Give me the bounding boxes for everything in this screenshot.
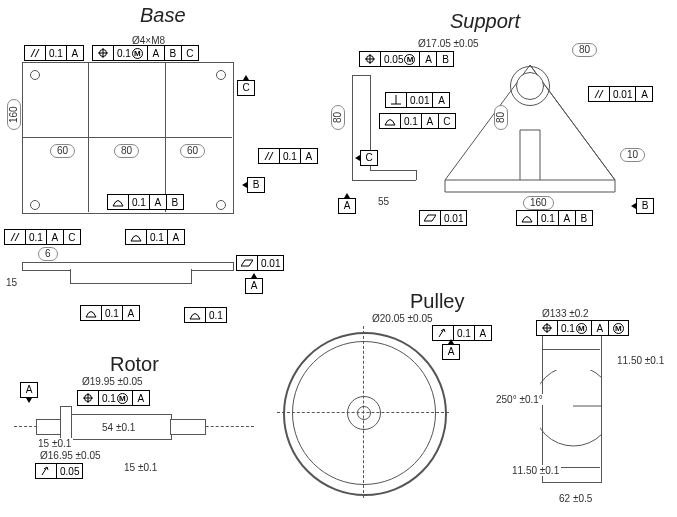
support-datum-b: B	[636, 198, 654, 214]
support-L-step	[370, 170, 416, 171]
parallel-icon	[589, 87, 610, 101]
support-L-bottom	[352, 180, 416, 181]
rotor-shaft-right	[170, 419, 206, 435]
pulley-fcf-position: 0.1M A M	[536, 320, 629, 336]
support-fcf-position: 0.05M AB	[359, 51, 454, 67]
base-side-slot	[70, 269, 192, 284]
rotor-fcf-runout: 0.05	[35, 463, 83, 479]
pulley-bore	[357, 406, 371, 420]
base-fcf-profile-bottom2: 0.1	[184, 307, 227, 323]
base-fcf-parallel-bl: 0.1AC	[4, 229, 81, 245]
rotor-dim-d2: Ø16.95 ±0.05	[38, 450, 103, 461]
pulley-side-top-step	[542, 349, 600, 350]
pulley-fcf-runout: 0.1A	[432, 325, 492, 341]
runout-icon	[36, 464, 57, 478]
support-dim-h2: 80	[494, 105, 508, 130]
pulley-dim-bore: Ø20.05 ±0.05	[370, 313, 435, 324]
base-datum-c: C	[237, 80, 255, 96]
support-fcf-par-tr: 0.01A	[588, 86, 653, 102]
support-L-left	[352, 75, 353, 180]
pulley-datum-a: A	[442, 344, 460, 360]
profile-surface-icon	[185, 308, 206, 322]
pulley-dim-width: 62 ±0.5	[557, 493, 594, 504]
perpendicularity-icon	[386, 93, 407, 107]
position-icon	[78, 391, 99, 405]
parallel-icon	[259, 149, 280, 163]
profile-surface-icon	[517, 211, 538, 225]
support-fcf-perp: 0.01A	[385, 92, 450, 108]
base-fcf-profile-a: 0.1A	[125, 229, 185, 245]
base-plan-outline	[22, 62, 234, 214]
base-fcf-parallel-right: 0.1A	[258, 148, 318, 164]
pulley-cv	[363, 326, 364, 498]
base-dim-wmid: 80	[114, 144, 139, 158]
base-dim-wright: 60	[180, 144, 205, 158]
pulley-dim-angle: 250° ±0.1°	[494, 394, 545, 405]
base-fcf-position-holes: 0.1M ABC	[92, 45, 199, 61]
parallel-icon	[5, 230, 26, 244]
flatness-icon	[237, 256, 258, 270]
base-hole-br	[216, 200, 226, 210]
parallel-icon	[25, 46, 46, 60]
rotor-fcf-position: 0.1M A	[77, 390, 150, 406]
base-hole-tr	[216, 70, 226, 80]
base-fcf-profile-bottom: 0.1A	[80, 305, 140, 321]
pulley-dim-htop: 11.50 ±0.1	[615, 355, 666, 366]
support-dim-wtop: 80	[572, 43, 597, 57]
base-hole-bl	[30, 200, 40, 210]
position-icon	[360, 52, 381, 66]
position-icon	[537, 321, 558, 335]
title-base: Base	[140, 4, 186, 27]
support-fcf-flat: 0.01	[419, 210, 467, 226]
base-datum-a: A	[245, 278, 263, 294]
rotor-dim-l3: 15 ±0.1	[122, 462, 159, 473]
rotor-datum-a: A	[20, 382, 38, 398]
rotor-shaft-left	[36, 419, 62, 435]
base-plan-centerline	[22, 137, 232, 138]
pulley-dim-outer: Ø133 ±0.2	[540, 308, 591, 319]
support-L-top	[352, 75, 370, 76]
pulley-dim-hbot: 11.50 ±0.1	[510, 465, 561, 476]
title-support: Support	[450, 10, 520, 33]
base-dim-6: 6	[38, 247, 58, 261]
profile-surface-icon	[81, 306, 102, 320]
pulley-groove	[540, 370, 605, 450]
support-dim-hole: Ø17.05 ±0.05	[416, 38, 481, 49]
support-fcf-profile-br: 0.1AB	[516, 210, 593, 226]
flatness-icon	[420, 211, 441, 225]
position-icon	[93, 46, 114, 60]
base-dim-height: 160	[7, 99, 21, 130]
base-fcf-parallel-top: 0.1A	[24, 45, 84, 61]
title-pulley: Pulley	[410, 290, 464, 313]
base-datum-b: B	[247, 177, 265, 193]
support-dim-10: 10	[620, 148, 645, 162]
rotor-dim-l2: 15 ±0.1	[36, 438, 73, 449]
profile-surface-icon	[108, 195, 129, 209]
support-dim-h: 80	[331, 105, 345, 130]
profile-surface-icon	[380, 114, 401, 128]
support-L-step-v	[416, 170, 417, 180]
support-datum-a: A	[338, 198, 356, 214]
profile-surface-icon	[126, 230, 147, 244]
support-dim-wbot: 160	[523, 196, 554, 210]
base-dim-15: 15	[4, 277, 19, 288]
rotor-dim-l1: 54 ±0.1	[100, 422, 137, 433]
support-hole-outer	[510, 66, 550, 106]
support-fcf-par-left: 0.1AC	[379, 113, 456, 129]
support-datum-c: C	[360, 150, 378, 166]
base-fcf-flatness: 0.01	[236, 255, 284, 271]
runout-icon	[433, 326, 454, 340]
base-hole-tl	[30, 70, 40, 80]
rotor-dim-d1: Ø19.95 ±0.05	[80, 376, 145, 387]
base-dim-wleft: 60	[50, 144, 75, 158]
base-fcf-profile-ab: 0.1AB	[107, 194, 184, 210]
support-dim-left55: 55	[376, 196, 391, 207]
title-rotor: Rotor	[110, 353, 159, 376]
